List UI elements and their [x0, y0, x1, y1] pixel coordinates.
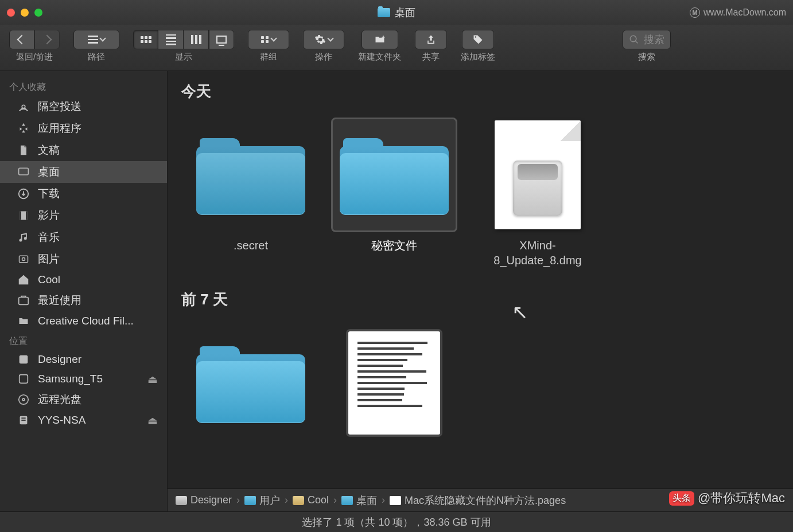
share-icon	[425, 34, 437, 45]
sidebar-item-label: Creative Cloud Fil...	[38, 315, 134, 327]
sidebar-location-Samsung_T5[interactable]: Samsung_T5⏏	[0, 369, 167, 389]
share-button[interactable]	[415, 30, 447, 49]
eject-icon[interactable]: ⏏	[147, 414, 158, 427]
pictures-icon	[16, 253, 31, 265]
file-icon-box	[188, 326, 314, 440]
path-label: Mac系统隐藏文件的N种方法.pages	[405, 494, 566, 507]
file-item[interactable]	[191, 326, 311, 446]
action-button[interactable]	[303, 30, 344, 49]
minimize-button[interactable]	[21, 9, 29, 17]
sidebar-item-folder[interactable]: Creative Cloud Fil...	[0, 311, 167, 331]
sidebar-item-label: Designer	[38, 353, 81, 366]
file-item[interactable]: 秘密文件	[334, 118, 454, 268]
path-label: 用户	[259, 494, 280, 507]
eject-icon[interactable]: ⏏	[147, 373, 158, 386]
view-columns-button[interactable]	[184, 30, 209, 49]
window-title: 桌面	[378, 6, 415, 19]
sidebar-item-home[interactable]: Cool	[0, 270, 167, 290]
status-bar: 选择了 1 项（共 10 项），38.36 GB 可用	[0, 511, 793, 532]
path-item[interactable]: Mac系统隐藏文件的N种方法.pages	[390, 494, 566, 507]
path-item[interactable]: 桌面	[341, 494, 377, 507]
window-title-text: 桌面	[395, 6, 415, 19]
path-label: 桌面	[356, 494, 377, 507]
path-button[interactable]	[73, 30, 119, 49]
view-gallery-button[interactable]	[209, 30, 234, 49]
recents-icon	[16, 294, 31, 307]
toolbar: 返回/前进 路径 显示 群组 操作	[0, 25, 793, 71]
toolbar-label-share: 共享	[422, 52, 440, 62]
tags-button[interactable]	[462, 30, 494, 49]
doc-icon	[390, 496, 401, 505]
sidebar-item-pictures[interactable]: 图片	[0, 248, 167, 270]
file-icon-box	[331, 326, 457, 440]
sidebar-item-airdrop[interactable]: 隔空投送	[0, 96, 167, 118]
new-folder-button[interactable]	[361, 30, 398, 49]
toolbar-action-group: 操作	[303, 30, 344, 62]
close-button[interactable]	[7, 9, 15, 17]
sidebar-item-music[interactable]: 音乐	[0, 226, 167, 248]
view-icons-button[interactable]	[133, 30, 158, 49]
folder-icon	[340, 135, 449, 215]
pages-icon	[348, 331, 440, 435]
back-button[interactable]	[9, 30, 34, 49]
watermark-url: M www.MacDown.com	[690, 7, 786, 18]
toolbar-label-search: 搜索	[638, 52, 655, 62]
file-label: 秘密文件	[371, 238, 417, 253]
watermark-url-text: www.MacDown.com	[703, 7, 786, 18]
chevron-down-icon	[327, 35, 333, 41]
file-icon-box	[475, 118, 601, 232]
airdrop-icon	[16, 100, 31, 113]
sidebar-item-movies[interactable]: 影片	[0, 205, 167, 226]
sidebar-item-label: 文稿	[38, 143, 60, 158]
path-item[interactable]: Designer	[176, 494, 232, 506]
folder-icon	[196, 135, 305, 215]
toolbar-share-group: 共享	[415, 30, 447, 62]
toolbar-search-group: 搜索 搜索	[509, 30, 784, 62]
svg-rect-1	[19, 168, 29, 175]
main: 个人收藏 隔空投送应用程序文稿桌面下载影片音乐图片Cool最近使用Creativ…	[0, 71, 793, 513]
path-item[interactable]: Cool	[293, 494, 329, 506]
titlebar: 桌面 M www.MacDown.com	[0, 0, 793, 25]
nas-icon	[16, 414, 31, 427]
sidebar-item-recents[interactable]: 最近使用	[0, 290, 167, 311]
sidebar-item-label: 影片	[38, 208, 60, 223]
chevron-down-icon	[270, 35, 277, 41]
sidebar-item-label: 隔空投送	[38, 99, 81, 114]
sidebar-location-Designer[interactable]: Designer	[0, 350, 167, 369]
path-item[interactable]: 用户	[244, 494, 280, 507]
sidebar-item-label: 音乐	[38, 230, 60, 245]
sidebar-item-documents[interactable]: 文稿	[0, 139, 167, 161]
folder-icon	[341, 496, 353, 505]
group-button[interactable]	[248, 30, 289, 49]
maximize-button[interactable]	[34, 9, 42, 17]
toolbar-group-group: 群组	[248, 30, 289, 62]
apps-icon	[16, 122, 31, 135]
watermark-badge: 头条	[669, 491, 694, 506]
file-item[interactable]: .secret	[191, 118, 311, 268]
sidebar-location-YYS-NSA[interactable]: YYS-NSA⏏	[0, 410, 167, 430]
section-title: 前 7 天	[168, 279, 793, 314]
watermark-logo-icon: M	[690, 7, 700, 18]
toolbar-label-path: 路径	[88, 52, 105, 62]
file-item[interactable]	[334, 326, 454, 446]
file-item[interactable]: XMind-8_Update_8.dmg	[477, 118, 598, 268]
sidebar-item-label: 下载	[38, 186, 60, 201]
view-list-button[interactable]	[158, 30, 184, 49]
toolbar-back-forward-group: 返回/前进	[9, 30, 60, 62]
path-label: Designer	[191, 494, 232, 506]
sidebar-item-desktop[interactable]: 桌面	[0, 161, 167, 183]
sidebar-location-远程光盘[interactable]: 远程光盘	[0, 389, 167, 410]
watermark-text: @带你玩转Mac	[698, 490, 785, 507]
sidebar-item-label: Samsung_T5	[38, 373, 103, 385]
content-area[interactable]: 今天.secret秘密文件XMind-8_Update_8.dmg前 7 天 ↖	[168, 71, 793, 513]
hd-icon	[176, 496, 187, 505]
grid-icon	[141, 36, 151, 43]
svg-rect-10	[20, 375, 28, 384]
sidebar-item-apps[interactable]: 应用程序	[0, 118, 167, 139]
sidebar-item-downloads[interactable]: 下载	[0, 183, 167, 205]
search-input[interactable]: 搜索	[623, 30, 671, 49]
toolbar-path-group: 路径	[73, 30, 119, 62]
path-label: Cool	[308, 494, 329, 506]
forward-button[interactable]	[34, 30, 60, 49]
sidebar: 个人收藏 隔空投送应用程序文稿桌面下载影片音乐图片Cool最近使用Creativ…	[0, 71, 168, 513]
